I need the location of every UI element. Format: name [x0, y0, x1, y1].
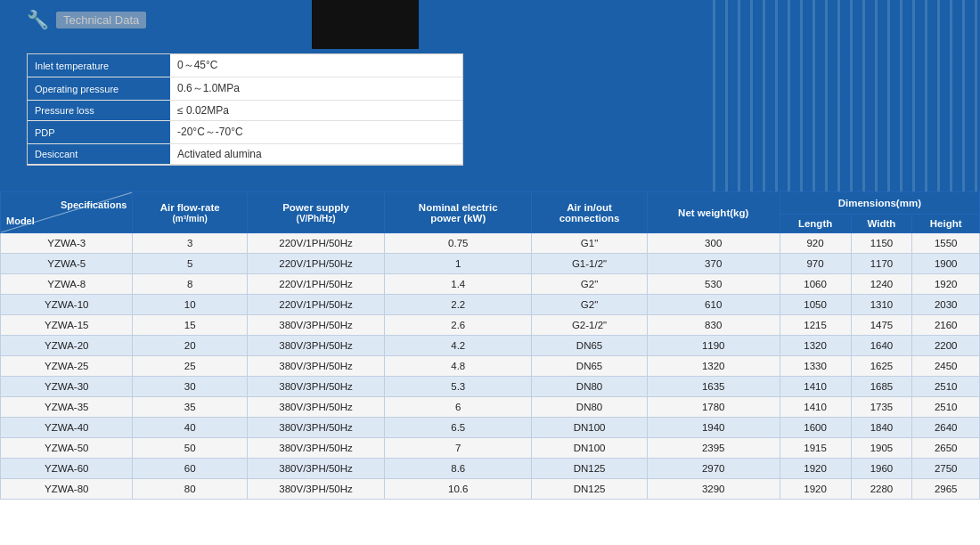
power-supply-cell: 220V/1PH/50Hz: [247, 233, 384, 254]
airflow-cell: 60: [133, 459, 247, 479]
model-cell: YZWA-80: [1, 479, 133, 500]
power-supply-cell: 380V/3PH/50Hz: [247, 336, 384, 356]
length-cell: 970: [780, 254, 851, 274]
net-weight-cell: 1190: [647, 336, 780, 356]
width-cell: 1310: [851, 295, 912, 315]
specs-row: Inlet temperature 0～45°C: [28, 54, 462, 77]
specs-row: PDP -20°C～-70°C: [28, 121, 462, 144]
width-cell: 2280: [851, 479, 912, 500]
airflow-cell: 35: [133, 397, 247, 418]
length-cell: 1920: [780, 479, 851, 500]
net-weight-header: Net weight(kg): [647, 192, 780, 233]
spec-label: Pressure loss: [28, 101, 170, 121]
table-row: YZWA-4040380V/3PH/50Hz6.5DN1001940160018…: [1, 418, 980, 438]
nominal-power-cell: 0.75: [385, 233, 532, 254]
width-cell: 1150: [851, 233, 912, 254]
model-cell: YZWA-40: [1, 418, 133, 438]
nominal-power-cell: 7: [385, 438, 532, 459]
dim-height-header: Height: [912, 215, 980, 233]
airflow-cell: 8: [133, 274, 247, 295]
power-supply-cell: 380V/3PH/50Hz: [247, 459, 384, 479]
specs-row: Operating pressure 0.6～1.0MPa: [28, 77, 462, 101]
height-cell: 1920: [912, 274, 980, 295]
nominal-power-cell: 6.5: [385, 418, 532, 438]
width-cell: 1240: [851, 274, 912, 295]
height-cell: 2640: [912, 418, 980, 438]
decorative-lines: [713, 0, 980, 191]
nominal-power-header: Nominal electricpower (kW): [385, 192, 532, 233]
net-weight-cell: 1940: [647, 418, 780, 438]
specifications-label: Specifications: [6, 199, 127, 210]
model-cell: YZWA-15: [1, 315, 133, 336]
model-cell: YZWA-20: [1, 336, 133, 356]
length-cell: 1600: [780, 418, 851, 438]
table-row: YZWA-2020380V/3PH/50Hz4.2DN6511901320164…: [1, 336, 980, 356]
table-row: YZWA-8080380V/3PH/50Hz10.6DN125329019202…: [1, 479, 980, 500]
air-connections-cell: DN100: [532, 438, 647, 459]
main-data-table: Specifications Model Air flow-rate(m³/mi…: [0, 191, 980, 500]
length-cell: 1330: [780, 356, 851, 377]
spec-label: Operating pressure: [28, 77, 170, 101]
model-cell: YZWA-3: [1, 233, 133, 254]
height-cell: 2450: [912, 356, 980, 377]
nominal-power-cell: 2.2: [385, 295, 532, 315]
air-connections-cell: DN125: [532, 459, 647, 479]
spec-model-header: Specifications Model: [1, 192, 133, 233]
air-connections-cell: G1-1/2": [532, 254, 647, 274]
nominal-power-cell: 4.2: [385, 336, 532, 356]
table-row: YZWA-1010220V/1PH/50Hz2.2G2"610105013102…: [1, 295, 980, 315]
nominal-power-cell: 1.4: [385, 274, 532, 295]
power-supply-cell: 220V/1PH/50Hz: [247, 254, 384, 274]
nominal-power-cell: 6: [385, 397, 532, 418]
table-row: YZWA-1515380V/3PH/50Hz2.6G2-1/2"83012151…: [1, 315, 980, 336]
height-cell: 1900: [912, 254, 980, 274]
air-connections-cell: DN100: [532, 418, 647, 438]
airflow-cell: 15: [133, 315, 247, 336]
airflow-cell: 20: [133, 336, 247, 356]
width-cell: 1960: [851, 459, 912, 479]
airflow-cell: 5: [133, 254, 247, 274]
power-supply-cell: 220V/1PH/50Hz: [247, 274, 384, 295]
dimensions-header: Dimensions(mm): [780, 192, 979, 215]
spec-value: 0～45°C: [170, 54, 462, 77]
table-row: YZWA-2525380V/3PH/50Hz4.8DN6513201330162…: [1, 356, 980, 377]
air-connections-cell: DN65: [532, 336, 647, 356]
model-cell: YZWA-50: [1, 438, 133, 459]
width-cell: 1170: [851, 254, 912, 274]
spec-label: PDP: [28, 121, 170, 144]
table-row: YZWA-5050380V/3PH/50Hz7DN100239519151905…: [1, 438, 980, 459]
model-cell: YZWA-8: [1, 274, 133, 295]
spec-value: Activated alumina: [170, 144, 462, 165]
nominal-power-cell: 2.6: [385, 315, 532, 336]
dim-length-header: Length: [780, 215, 851, 233]
air-connections-cell: DN80: [532, 397, 647, 418]
air-connections-cell: G2": [532, 274, 647, 295]
air-connections-cell: G2-1/2": [532, 315, 647, 336]
width-cell: 1625: [851, 356, 912, 377]
width-cell: 1640: [851, 336, 912, 356]
wrench-icon: 🔧: [27, 9, 49, 30]
power-supply-cell: 380V/3PH/50Hz: [247, 418, 384, 438]
dim-width-header: Width: [851, 215, 912, 233]
power-supply-cell: 380V/3PH/50Hz: [247, 315, 384, 336]
net-weight-cell: 1320: [647, 356, 780, 377]
length-cell: 1915: [780, 438, 851, 459]
spec-value: -20°C～-70°C: [170, 121, 462, 144]
net-weight-cell: 530: [647, 274, 780, 295]
net-weight-cell: 2970: [647, 459, 780, 479]
net-weight-cell: 610: [647, 295, 780, 315]
length-cell: 1215: [780, 315, 851, 336]
air-connections-header: Air in/outconnections: [532, 192, 647, 233]
width-cell: 1685: [851, 377, 912, 397]
table-row: YZWA-3535380V/3PH/50Hz6DN801780141017352…: [1, 397, 980, 418]
model-cell: YZWA-5: [1, 254, 133, 274]
airflow-header: Air flow-rate(m³/min): [133, 192, 247, 233]
specs-row: Pressure loss ≤ 0.02MPa: [28, 101, 462, 121]
height-cell: 2965: [912, 479, 980, 500]
airflow-cell: 50: [133, 438, 247, 459]
net-weight-cell: 2395: [647, 438, 780, 459]
net-weight-cell: 300: [647, 233, 780, 254]
black-rectangle: [312, 0, 419, 49]
specs-row: Desiccant Activated alumina: [28, 144, 462, 165]
air-connections-cell: DN125: [532, 479, 647, 500]
